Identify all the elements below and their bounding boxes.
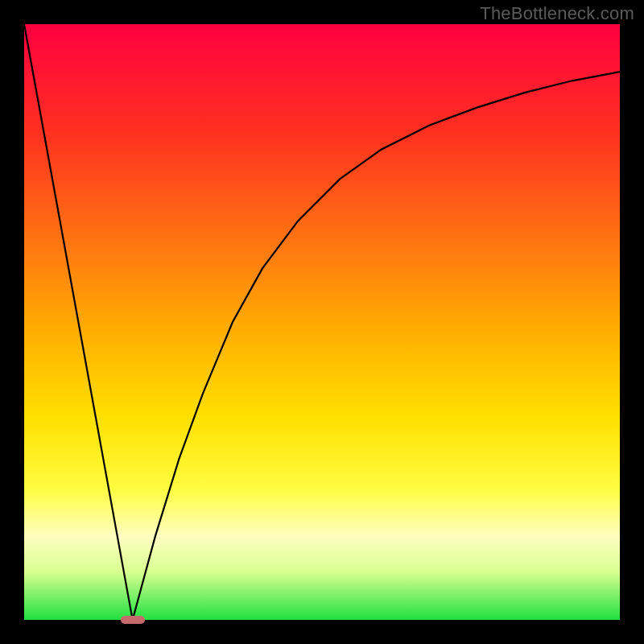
bottleneck-curve — [24, 24, 620, 620]
curve-path — [24, 24, 620, 620]
plot-area — [24, 24, 620, 620]
chart-frame: TheBottleneck.com — [0, 0, 644, 644]
watermark-text: TheBottleneck.com — [480, 3, 634, 24]
optimal-marker — [121, 616, 145, 624]
